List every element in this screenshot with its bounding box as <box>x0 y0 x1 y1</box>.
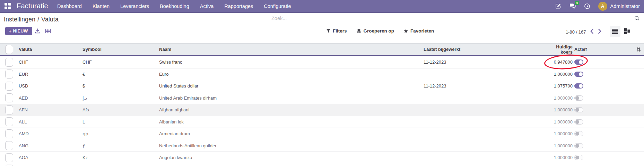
row-checkbox[interactable] <box>5 93 13 102</box>
optional-columns-icon[interactable] <box>636 47 641 52</box>
plus-icon: + <box>9 28 11 34</box>
table-row[interactable]: USD $ United States dollar 11-12-2023 1,… <box>0 80 644 92</box>
active-toggle[interactable] <box>574 59 583 65</box>
cell-currency-code: ANG <box>19 143 82 148</box>
cell-current-rate: 1,000000 <box>546 107 573 112</box>
active-toggle[interactable] <box>574 143 583 148</box>
table-row[interactable]: AMD դր. Armenian dram 1,000000 <box>0 128 644 140</box>
user-name[interactable]: Administrator <box>610 3 640 9</box>
cell-symbol: CHF <box>82 59 159 65</box>
row-checkbox[interactable] <box>5 105 13 114</box>
nav-menu-item[interactable]: Dashboard <box>57 3 82 9</box>
user-avatar[interactable]: A <box>598 2 607 11</box>
active-toggle[interactable] <box>574 72 583 77</box>
activity-clock-icon[interactable] <box>584 3 590 9</box>
cell-last-updated: 11-12-2023 <box>424 59 546 65</box>
cell-currency-code: AED <box>19 95 82 101</box>
cell-current-rate: 1,000000 <box>546 119 573 124</box>
cell-currency-code: USD <box>19 83 82 89</box>
nav-menu: DashboardKlantenLeveranciersBoekhoudingA… <box>57 3 291 9</box>
column-header-actief[interactable]: Actief <box>573 47 593 52</box>
table-row[interactable]: AFN Afs Afghan afghani 1,000000 <box>0 104 644 116</box>
pager-range[interactable]: 1-80 / 167 <box>566 29 586 35</box>
cell-symbol: $ <box>82 83 159 89</box>
nav-menu-item[interactable]: Klanten <box>93 3 110 9</box>
pager-previous-icon[interactable] <box>590 29 593 34</box>
cell-currency-name: Netherlands Antillean guilder <box>159 143 424 148</box>
active-toggle[interactable] <box>574 131 583 136</box>
active-toggle[interactable] <box>574 119 583 124</box>
cell-currency-name: United States dollar <box>159 83 424 89</box>
cell-symbol: € <box>82 72 159 77</box>
active-toggle[interactable] <box>574 155 583 160</box>
row-checkbox[interactable] <box>5 153 13 162</box>
nav-menu-item[interactable]: Activa <box>200 3 214 9</box>
row-checkbox[interactable] <box>5 129 13 138</box>
column-header-naam[interactable]: Naam <box>159 47 424 52</box>
cell-currency-code: AFN <box>19 107 82 112</box>
search-bar <box>267 13 641 24</box>
table-row[interactable]: ANG ƒ Netherlands Antillean guilder 1,00… <box>0 140 644 152</box>
table-row[interactable]: EUR € Euro 1,000000 <box>0 68 644 81</box>
row-checkbox[interactable] <box>5 58 13 67</box>
group-by-label: Groeperen op <box>364 28 394 34</box>
row-checkbox[interactable] <box>5 117 13 126</box>
favorites-label: Favorieten <box>410 28 434 34</box>
table-row[interactable]: AED د.إ United Arab Emirates dirham 1,00… <box>0 92 644 104</box>
pager-next-icon[interactable] <box>598 29 601 34</box>
table-row[interactable]: AOA Kz Angolan kwanza 1,000000 <box>0 152 644 164</box>
group-by-button[interactable]: Groeperen op <box>356 28 394 34</box>
cell-currency-code: ALL <box>19 119 82 124</box>
message-count-badge: 3 <box>575 1 579 5</box>
cell-currency-name: United Arab Emirates dirham <box>159 95 424 101</box>
row-checkbox[interactable] <box>5 141 13 150</box>
active-toggle[interactable] <box>574 107 583 112</box>
cell-currency-name: Swiss franc <box>159 59 424 65</box>
cell-symbol: Afs <box>82 107 159 112</box>
cell-current-rate: 1,000000 <box>546 72 573 77</box>
row-checkbox[interactable] <box>5 165 13 166</box>
cell-currency-name: Albanian lek <box>159 119 424 124</box>
messages-icon[interactable]: 3 <box>569 3 576 9</box>
favorites-button[interactable]: Favorieten <box>403 28 434 34</box>
cell-currency-name: Afghan afghani <box>159 107 424 112</box>
breadcrumb: Instellingen/Valuta <box>4 16 59 23</box>
app-name[interactable]: Facturatie <box>17 2 48 10</box>
list-view-toggle-icon[interactable] <box>610 26 620 37</box>
cell-current-rate: 1,075700 <box>546 83 573 89</box>
row-checkbox[interactable] <box>5 70 13 79</box>
table-header-row: Valuta Symbool Naam Laatst bijgewerkt Hu… <box>0 43 644 56</box>
cell-symbol: դր. <box>82 131 159 136</box>
download-export-icon[interactable] <box>35 28 41 34</box>
row-checkbox[interactable] <box>5 82 13 91</box>
cell-currency-code: AMD <box>19 131 82 136</box>
breadcrumb-settings-link[interactable]: Instellingen <box>4 16 35 23</box>
new-button[interactable]: + NIEUW <box>5 27 32 35</box>
select-all-checkbox[interactable] <box>5 45 13 54</box>
column-header-huidige-koers[interactable]: Huidige koers <box>546 44 573 55</box>
nav-menu-item[interactable]: Configuratie <box>264 3 291 9</box>
nav-menu-item[interactable]: Boekhouding <box>160 3 189 9</box>
column-header-symbool[interactable]: Symbool <box>82 47 159 52</box>
kanban-view-toggle-icon[interactable] <box>624 28 630 34</box>
compose-edit-icon[interactable] <box>555 3 561 9</box>
table-row[interactable]: CHF CHF Swiss franc 11-12-2023 0,947800 <box>0 56 644 68</box>
spreadsheet-grid-icon[interactable] <box>45 28 51 34</box>
column-header-laatst-bijgewerkt[interactable]: Laatst bijgewerkt <box>424 47 546 52</box>
apps-grid-icon[interactable] <box>5 3 11 9</box>
breadcrumb-current: Valuta <box>41 16 59 23</box>
cell-current-rate: 1,000000 <box>546 131 573 136</box>
active-toggle[interactable] <box>574 95 583 101</box>
table-row-partial[interactable] <box>0 163 644 166</box>
column-header-valuta[interactable]: Valuta <box>19 47 82 52</box>
filters-button[interactable]: Filters <box>326 28 347 34</box>
nav-menu-item[interactable]: Leveranciers <box>120 3 149 9</box>
search-input[interactable] <box>271 16 634 21</box>
new-button-label: NIEUW <box>13 29 28 34</box>
breadcrumb-separator: / <box>37 16 39 23</box>
table-row[interactable]: ALL L Albanian lek 1,000000 <box>0 116 644 128</box>
active-toggle[interactable] <box>574 83 583 89</box>
cell-symbol: L <box>82 119 159 124</box>
nav-menu-item[interactable]: Rapportages <box>224 3 253 9</box>
navbar-right: 3 A Administrator <box>555 2 640 11</box>
